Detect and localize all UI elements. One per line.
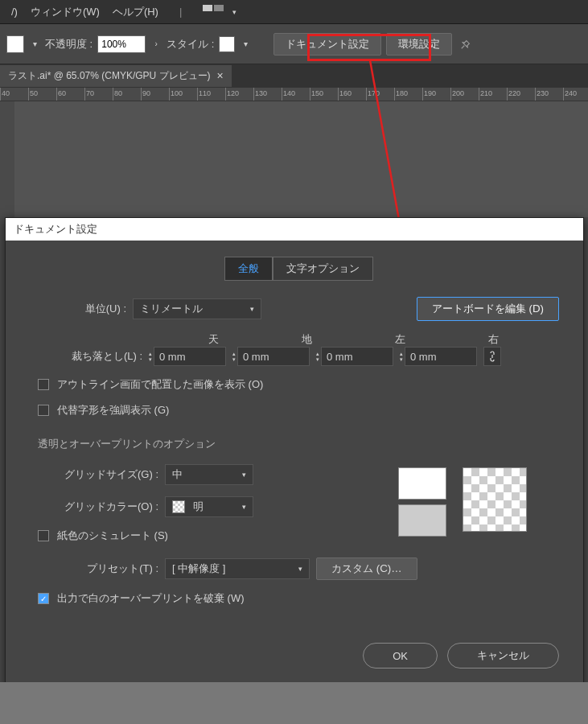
bleed-header-bottom: 地 xyxy=(260,332,353,347)
gridsize-select[interactable]: 中 ▾ xyxy=(165,464,253,485)
chevron-down-icon[interactable]: ▾ xyxy=(240,37,251,51)
tab-general[interactable]: 全般 xyxy=(224,257,273,281)
dialog-title: ドキュメント設定 xyxy=(6,218,583,241)
ruler-mark: 170 xyxy=(366,88,380,101)
fill-swatch[interactable] xyxy=(6,35,24,53)
document-tab[interactable]: ラスト.ai* @ 65.07% (CMYK/GPU プレビュー) × xyxy=(0,65,232,87)
units-select[interactable]: ミリメートル ▾ xyxy=(133,298,261,319)
bleed-header-top: 天 xyxy=(167,332,260,347)
bleed-label: 裁ち落とし(L) : xyxy=(38,349,142,364)
tab-title: ラスト.ai* @ 65.07% (CMYK/GPU プレビュー) xyxy=(8,69,211,83)
checkbox-alt-glyphs[interactable] xyxy=(38,405,49,416)
ruler-mark: 190 xyxy=(422,88,436,101)
preset-select[interactable]: [ 中解像度 ] ▾ xyxy=(165,558,310,579)
ruler-mark: 40 xyxy=(0,88,10,101)
ruler-mark: 100 xyxy=(169,88,183,101)
gridsize-value: 中 xyxy=(172,467,183,482)
bleed-bottom-field[interactable]: ▴▾ 0 mm xyxy=(232,347,310,366)
ok-button[interactable]: OK xyxy=(363,643,438,668)
bleed-bottom-input[interactable]: 0 mm xyxy=(237,347,310,366)
color-swatch-white[interactable] xyxy=(398,467,446,500)
background-fill xyxy=(0,682,588,724)
document-settings-dialog: ドキュメント設定 全般 文字オプション 単位(U) : ミリメートル ▾ アート… xyxy=(5,217,584,687)
chevron-down-icon: ▾ xyxy=(250,305,254,313)
ruler-mark: 80 xyxy=(113,88,122,101)
opacity-input[interactable]: 100% xyxy=(97,35,146,53)
preferences-button[interactable]: 環境設定 xyxy=(386,33,452,56)
checkbox-simulate-paper-label: 紙色のシミュレート (S) xyxy=(57,529,168,543)
custom-button[interactable]: カスタム (C)… xyxy=(316,557,417,580)
ruler-mark: 140 xyxy=(282,88,295,101)
menu-item-help[interactable]: ヘルプ(H) xyxy=(108,2,163,23)
bleed-right-input[interactable]: 0 mm xyxy=(405,347,477,366)
menu-item[interactable]: /) xyxy=(6,2,23,21)
menubar: /) ウィンドウ(W) ヘルプ(H) | ▾ xyxy=(0,0,588,24)
workspace-switcher-icon[interactable]: ▾ xyxy=(198,2,246,23)
units-label: 単位(U) : xyxy=(38,302,126,316)
bleed-top-input[interactable]: 0 mm xyxy=(154,347,226,366)
transparency-section-title: 透明とオーバープリントのオプション xyxy=(38,437,559,451)
bleed-right-field[interactable]: ▴▾ 0 mm xyxy=(400,347,477,366)
link-icon[interactable] xyxy=(483,347,501,366)
bleed-top-field[interactable]: ▴▾ 0 mm xyxy=(149,347,226,366)
ruler-horizontal: 4050607080901001101201301401501601701801… xyxy=(0,87,588,101)
gridcolor-label: グリッドカラー(O) : xyxy=(38,500,158,514)
ruler-mark: 60 xyxy=(56,88,66,101)
checkbox-simulate-paper[interactable] xyxy=(38,530,49,541)
chevron-down-icon[interactable]: ▾ xyxy=(29,37,40,51)
ruler-mark: 120 xyxy=(225,88,239,101)
menu-item-window[interactable]: ウィンドウ(W) xyxy=(26,2,105,23)
checkbox-discard-overprint[interactable]: ✓ xyxy=(38,593,49,604)
units-value: ミリメートル xyxy=(140,302,203,316)
bleed-left-field[interactable]: ▴▾ 0 mm xyxy=(316,347,393,366)
ruler-mark: 150 xyxy=(310,88,323,101)
checkbox-outline-images[interactable] xyxy=(38,379,49,390)
checker-preview xyxy=(463,467,527,532)
ruler-mark: 110 xyxy=(197,88,211,101)
ruler-mark: 240 xyxy=(563,88,577,101)
canvas[interactable] xyxy=(0,101,588,217)
ruler-mark: 70 xyxy=(84,88,94,101)
style-label: スタイル : xyxy=(167,37,214,51)
ruler-mark: 130 xyxy=(253,88,267,101)
cancel-button[interactable]: キャンセル xyxy=(447,643,559,668)
color-swatch-gray[interactable] xyxy=(398,504,446,537)
gridcolor-select[interactable]: 明 ▾ xyxy=(165,496,253,517)
gridcolor-value: 明 xyxy=(193,500,204,514)
ruler-mark: 160 xyxy=(338,88,352,101)
bleed-left-input[interactable]: 0 mm xyxy=(321,347,393,366)
ruler-mark: 200 xyxy=(450,88,464,101)
chevron-right-icon[interactable]: › xyxy=(150,37,162,51)
ruler-mark: 180 xyxy=(394,88,408,101)
document-tabbar: ラスト.ai* @ 65.07% (CMYK/GPU プレビュー) × xyxy=(0,64,588,87)
preset-value: [ 中解像度 ] xyxy=(172,562,225,576)
style-swatch[interactable] xyxy=(219,36,235,52)
checker-swatch-icon xyxy=(172,500,185,513)
chevron-down-icon: ▾ xyxy=(242,471,246,479)
checkbox-alt-glyphs-label: 代替字形を強調表示 (G) xyxy=(57,403,169,418)
checkbox-discard-overprint-label: 出力で白のオーバープリントを破棄 (W) xyxy=(57,591,245,606)
option-bar: ▾ 不透明度 : 100% › スタイル : ▾ ドキュメント設定 環境設定 xyxy=(0,24,588,64)
ruler-mark: 220 xyxy=(507,88,520,101)
chevron-down-icon: ▾ xyxy=(298,565,302,573)
preset-label: プリセット(T) : xyxy=(38,562,158,576)
bleed-header-left: 左 xyxy=(353,332,446,347)
checkbox-outline-images-label: アウトライン画面で配置した画像を表示 (O) xyxy=(57,377,263,392)
chevron-down-icon: ▾ xyxy=(242,503,246,511)
dialog-tabs: 全般 文字オプション xyxy=(38,257,559,281)
dialog-footer: OK キャンセル xyxy=(6,630,583,686)
pin-icon[interactable] xyxy=(457,35,475,53)
ruler-mark: 210 xyxy=(479,88,492,101)
document-settings-button[interactable]: ドキュメント設定 xyxy=(273,33,381,56)
opacity-label: 不透明度 : xyxy=(45,37,93,51)
ruler-mark: 230 xyxy=(535,88,549,101)
ruler-mark: 50 xyxy=(28,88,38,101)
gridsize-label: グリッドサイズ(G) : xyxy=(38,467,158,482)
edit-artboards-button[interactable]: アートボードを編集 (D) xyxy=(417,297,559,321)
tab-text-options[interactable]: 文字オプション xyxy=(273,257,373,281)
bleed-headers: 天 地 左 右 xyxy=(167,332,559,347)
ruler-mark: 90 xyxy=(141,88,150,101)
close-icon[interactable]: × xyxy=(217,69,224,82)
bleed-header-right: 右 xyxy=(446,332,540,347)
